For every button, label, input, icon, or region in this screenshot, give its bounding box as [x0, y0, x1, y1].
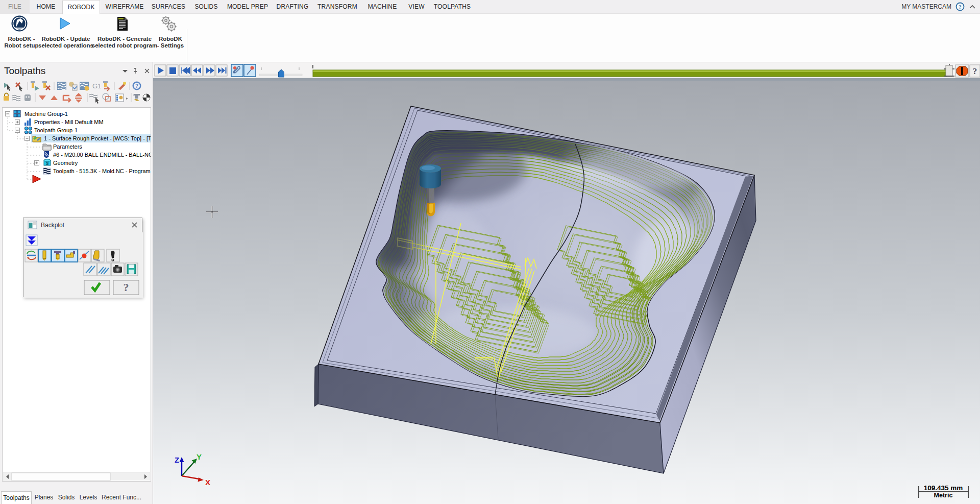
svg-text:Properties - Mill Default MM: Properties - Mill Default MM: [34, 119, 104, 125]
svg-text:Y: Y: [197, 452, 202, 461]
svg-text:X: X: [205, 478, 210, 487]
svg-text:109.435 mm: 109.435 mm: [924, 484, 963, 492]
svg-text:Z: Z: [175, 455, 179, 464]
svg-text:?: ?: [124, 281, 129, 294]
svg-text:Machine Group-1: Machine Group-1: [24, 111, 68, 117]
svg-text:Toolpath Group-1: Toolpath Group-1: [34, 127, 78, 133]
svg-text:Metric: Metric: [934, 492, 953, 499]
svg-text:?: ?: [959, 4, 962, 10]
svg-text:1 - Surface Rough Pocket - [WC: 1 - Surface Rough Pocket - [WCS: Top] - …: [44, 135, 151, 141]
svg-text:?: ?: [135, 83, 138, 89]
svg-text:Parameters: Parameters: [53, 143, 82, 150]
svg-text:Toolpath - 515.3K - Mold.NC -: Toolpath - 515.3K - Mold.NC - Program: [53, 168, 151, 174]
svg-text:Geometry: Geometry: [53, 160, 78, 166]
svg-text:?: ?: [973, 66, 977, 76]
svg-text:S: S: [45, 161, 48, 166]
svg-text:#6 - M20.00 BALL ENDMILL - BAL: #6 - M20.00 BALL ENDMILL - BALL-NOS: [53, 152, 151, 158]
svg-text:G1: G1: [92, 82, 101, 90]
